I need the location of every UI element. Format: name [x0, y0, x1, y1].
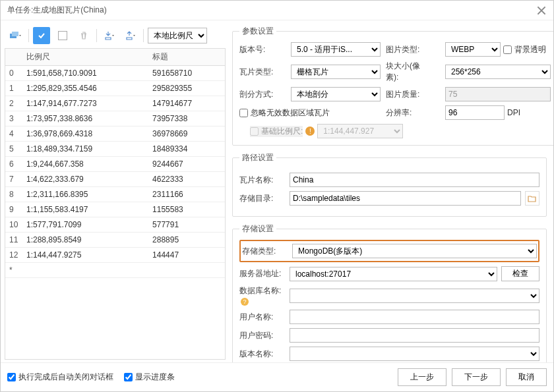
cell-title[interactable]: 9244667	[148, 157, 225, 172]
cell-title[interactable]: 73957338	[148, 111, 225, 126]
table-row[interactable]: 51:18,489,334.715918489334	[5, 142, 225, 157]
cell-title[interactable]: 1155583	[148, 202, 225, 217]
cell-scale[interactable]: 1:73,957,338.8636	[22, 111, 148, 126]
cancel-button[interactable]: 取消	[506, 368, 547, 386]
table-row[interactable]: 121:144,447.9275144447	[5, 248, 225, 263]
cell-title[interactable]: 2311166	[148, 187, 225, 202]
cell-index: 8	[5, 187, 22, 202]
cell-scale[interactable]: 1:577,791.7099	[22, 217, 148, 233]
scale-source-select[interactable]: 本地比例尺	[148, 28, 207, 43]
user-input[interactable]	[290, 310, 539, 324]
pwd-label: 用户密码:	[239, 330, 286, 341]
cell-scale[interactable]: 1:1,155,583.4197	[22, 202, 148, 217]
path-group: 路径设置 瓦片名称: 存储目录:	[232, 152, 547, 217]
transparent-input[interactable]	[503, 45, 512, 54]
table-row[interactable]: 81:2,311,166.83952311166	[5, 187, 225, 202]
cell-scale[interactable]: 1:4,622,333.679	[22, 172, 148, 187]
cell-scale[interactable]: 1:591,658,710.9091	[22, 66, 148, 81]
cell-scale[interactable]: 1:295,829,355.4546	[22, 81, 148, 96]
cell-scale[interactable]	[22, 263, 148, 278]
cell-title[interactable]: 18489334	[148, 142, 225, 157]
db-select[interactable]	[290, 289, 539, 303]
table-row[interactable]: 91:1,155,583.41971155583	[5, 202, 225, 217]
version-label: 版本号:	[239, 44, 286, 55]
table-row[interactable]: 31:73,957,338.863673957338	[5, 111, 225, 126]
progress-checkbox[interactable]: 显示进度条	[124, 372, 175, 383]
cell-title[interactable]	[148, 263, 225, 278]
svg-rect-1	[12, 32, 18, 36]
quality-input	[445, 87, 551, 101]
cell-title[interactable]: 147914677	[148, 96, 225, 111]
tiletype-select[interactable]: 栅格瓦片	[291, 65, 381, 79]
tilename-input[interactable]	[290, 173, 539, 187]
cell-index: 9	[5, 202, 22, 217]
table-row[interactable]: 11:295,829,355.4546295829355	[5, 81, 225, 96]
tilename-label: 瓦片名称:	[239, 175, 286, 186]
transparent-checkbox[interactable]: 背景透明	[503, 44, 546, 55]
blocksize-select[interactable]: 256*256	[445, 65, 551, 79]
table-row[interactable]: *	[5, 263, 225, 278]
ignore-input[interactable]	[239, 109, 248, 117]
cell-scale[interactable]: 1:18,489,334.7159	[22, 142, 148, 157]
cell-scale[interactable]: 1:144,447.9275	[22, 248, 148, 263]
import-icon	[104, 31, 115, 40]
cell-title[interactable]: 36978669	[148, 126, 225, 142]
close-button[interactable]	[536, 5, 547, 16]
table-row[interactable]: 101:577,791.7099577791	[5, 217, 225, 233]
import-button[interactable]	[101, 27, 118, 44]
table-row[interactable]: 71:4,622,333.6794622333	[5, 172, 225, 187]
table-row[interactable]: 21:147,914,677.7273147914677	[5, 96, 225, 111]
pwd-input[interactable]	[290, 328, 539, 343]
cell-title[interactable]: 577791	[148, 217, 225, 233]
vername-select[interactable]	[290, 347, 539, 361]
layer-dropdown-button[interactable]	[7, 27, 24, 44]
table-row[interactable]: 01:591,658,710.9091591658710	[5, 66, 225, 81]
table-row[interactable]: 61:9,244,667.3589244667	[5, 157, 225, 172]
delete-button[interactable]	[75, 27, 92, 44]
table-row[interactable]: 111:288,895.8549288895	[5, 233, 225, 248]
cell-index: 6	[5, 157, 22, 172]
deselect-all-button[interactable]	[54, 27, 71, 44]
cell-scale[interactable]: 1:9,244,667.358	[22, 157, 148, 172]
cell-title[interactable]: 4622333	[148, 172, 225, 187]
export-button[interactable]	[122, 27, 139, 44]
cell-title[interactable]: 144447	[148, 248, 225, 263]
layers-icon	[9, 31, 22, 40]
storagetype-select[interactable]: MongoDB(多版本)	[292, 244, 537, 258]
cell-index: 0	[5, 66, 22, 81]
autoclose-input[interactable]	[7, 373, 16, 381]
imgtype-select[interactable]: WEBP	[445, 42, 501, 57]
split-select[interactable]: 本地剖分	[291, 87, 381, 101]
version-select[interactable]: 5.0 - 适用于iS...	[291, 42, 381, 57]
check-button[interactable]: 检查	[501, 266, 539, 281]
browse-button[interactable]	[525, 191, 539, 206]
cell-title[interactable]: 295829355	[148, 81, 225, 96]
ignore-checkbox[interactable]: 忽略无效数据区域瓦片	[239, 107, 330, 119]
cell-scale[interactable]: 1:2,311,166.8395	[22, 187, 148, 202]
server-select[interactable]: localhost:27017	[290, 267, 497, 281]
imgtype-label: 图片类型:	[386, 44, 432, 55]
path-legend: 路径设置	[239, 152, 276, 163]
next-button[interactable]: 下一步	[452, 368, 501, 386]
prev-button[interactable]: 上一步	[398, 368, 446, 386]
dir-input[interactable]	[290, 191, 521, 206]
select-all-button[interactable]	[33, 27, 50, 44]
params-legend: 参数设置	[239, 26, 276, 37]
footer: 执行完成后自动关闭对话框 显示进度条 上一步 下一步 取消	[1, 362, 553, 391]
cell-title[interactable]: 288895	[148, 233, 225, 248]
res-input[interactable]	[445, 105, 505, 120]
cell-index: 1	[5, 81, 22, 96]
col-scale[interactable]: 比例尺	[22, 49, 148, 66]
cell-scale[interactable]: 1:147,914,677.7273	[22, 96, 148, 111]
col-index[interactable]	[5, 49, 22, 66]
progress-input[interactable]	[124, 373, 133, 381]
autoclose-checkbox[interactable]: 执行完成后自动关闭对话框	[7, 372, 113, 383]
cell-scale[interactable]: 1:36,978,669.4318	[22, 126, 148, 142]
cell-scale[interactable]: 1:288,895.8549	[22, 233, 148, 248]
cell-title[interactable]: 591658710	[148, 66, 225, 81]
col-title[interactable]: 标题	[148, 49, 225, 66]
db-label: 数据库名称:?	[239, 285, 286, 306]
table-row[interactable]: 41:36,978,669.431836978669	[5, 126, 225, 142]
trash-icon	[79, 31, 88, 40]
help-icon[interactable]: ?	[241, 298, 249, 306]
